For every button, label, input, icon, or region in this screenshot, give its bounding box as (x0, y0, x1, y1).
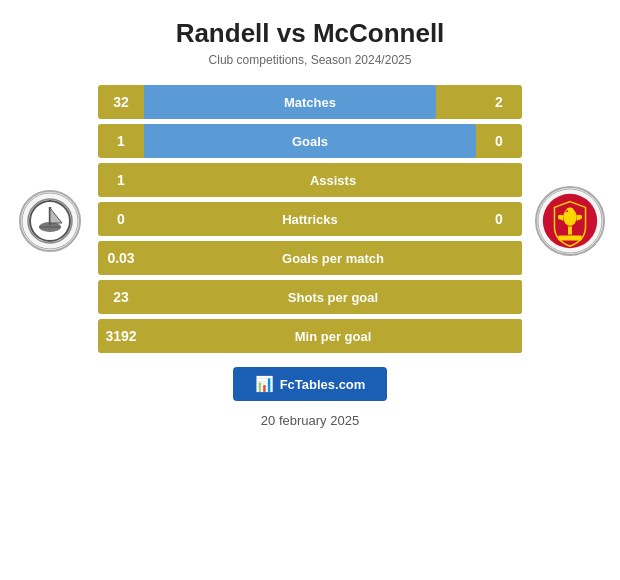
stat-row-goals-per-match: 0.03Goals per match (98, 241, 522, 275)
center-stats: 32Matches21Goals01Assists0Hattricks00.03… (94, 85, 526, 353)
stat-left-goals-per-match: 0.03 (98, 250, 144, 266)
stat-row-goals: 1Goals0 (98, 124, 522, 158)
card: Randell vs McConnell Club competitions, … (0, 0, 620, 580)
stats-section: 32Matches21Goals01Assists0Hattricks00.03… (0, 85, 620, 353)
stat-row-shots-per-goal: 23Shots per goal (98, 280, 522, 314)
stat-label-matches: Matches (144, 95, 476, 110)
stat-bar-matches: Matches (144, 85, 476, 119)
stat-left-shots-per-goal: 23 (98, 289, 144, 305)
stat-left-matches: 32 (98, 94, 144, 110)
stat-right-goals: 0 (476, 133, 522, 149)
stat-bar-goals: Goals (144, 124, 476, 158)
page-title: Randell vs McConnell (176, 18, 445, 49)
stat-row-matches: 32Matches2 (98, 85, 522, 119)
stat-left-hattricks: 0 (98, 211, 144, 227)
liverpool-badge (535, 186, 605, 256)
stat-bar-shots-per-goal: Shots per goal (144, 280, 522, 314)
stat-bar-assists: Assists (144, 163, 522, 197)
svg-rect-11 (568, 227, 572, 235)
badge-label: FcTables.com (280, 377, 366, 392)
stat-label-hattricks: Hattricks (144, 212, 476, 227)
stat-left-min-per-goal: 3192 (98, 328, 144, 344)
stat-label-goals: Goals (144, 134, 476, 149)
stat-bar-hattricks: Hattricks (144, 202, 476, 236)
stat-bar-min-per-goal: Min per goal (144, 319, 522, 353)
stat-left-assists: 1 (98, 172, 144, 188)
stat-left-goals: 1 (98, 133, 144, 149)
date-footer: 20 february 2025 (261, 413, 359, 428)
subtitle: Club competitions, Season 2024/2025 (209, 53, 412, 67)
stat-label-shots-per-goal: Shots per goal (144, 290, 522, 305)
stat-right-matches: 2 (476, 94, 522, 110)
chart-icon: 📊 (255, 375, 274, 393)
stat-label-min-per-goal: Min per goal (144, 329, 522, 344)
stat-label-goals-per-match: Goals per match (144, 251, 522, 266)
right-club-logo (526, 85, 614, 353)
stat-row-min-per-goal: 3192Min per goal (98, 319, 522, 353)
stat-right-hattricks: 0 (476, 211, 522, 227)
svg-rect-13 (558, 236, 581, 241)
left-club-logo (6, 85, 94, 353)
stat-label-assists: Assists (144, 173, 522, 188)
stat-row-hattricks: 0Hattricks0 (98, 202, 522, 236)
plymouth-badge (19, 190, 81, 252)
stat-bar-goals-per-match: Goals per match (144, 241, 522, 275)
stat-row-assists: 1Assists (98, 163, 522, 197)
fctables-badge: 📊 FcTables.com (233, 367, 388, 401)
